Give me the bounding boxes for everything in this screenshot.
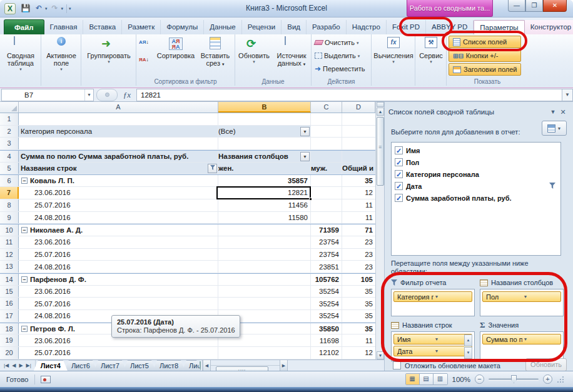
customize-qat-icon[interactable]: ▾ <box>69 6 71 11</box>
row-header-5[interactable]: 5 <box>0 163 19 174</box>
row-header-4[interactable]: 4 <box>0 151 19 162</box>
cell-C14[interactable]: 105762 <box>311 274 342 285</box>
horizontal-scrollbar[interactable]: ◀ |||| ▶ <box>202 360 292 371</box>
cell-D4[interactable] <box>342 151 375 162</box>
field-checkbox[interactable]: ✓ <box>395 158 403 166</box>
field-item[interactable]: ✓Пол <box>393 156 559 168</box>
cell-A1[interactable] <box>19 113 218 125</box>
cell-D10[interactable]: 71 <box>342 224 375 236</box>
cell-B4[interactable]: Названия столбцов▼ <box>218 151 311 162</box>
cell-C12[interactable]: 23754 <box>311 249 342 261</box>
cell-C13[interactable]: 23851 <box>311 261 342 273</box>
tab-Рецензи[interactable]: Рецензи <box>242 20 281 34</box>
vertical-scroll-thumb[interactable] <box>377 117 384 186</box>
expand-formula-bar-icon[interactable]: ▼ <box>562 89 573 101</box>
page-break-view-icon[interactable]: ▥ <box>434 374 447 384</box>
row-header-17[interactable]: 17 <box>0 310 19 322</box>
formula-bar-splitter[interactable] <box>96 89 118 101</box>
pill-dropdown-icon[interactable]: ▼ <box>524 337 560 341</box>
prev-sheet-icon[interactable]: ◀ <box>11 363 17 368</box>
cell-B8[interactable]: 11456 <box>218 199 311 211</box>
redo-icon[interactable]: ↷ <box>49 3 61 14</box>
cell-B2[interactable]: (Все)▼ <box>218 126 311 138</box>
cell-A13[interactable]: 24.08.2016 <box>19 261 218 273</box>
macro-record-icon[interactable] <box>41 376 51 383</box>
cell-D7[interactable]: 12 <box>342 187 375 199</box>
update-button[interactable]: Обновить <box>525 358 567 371</box>
panel-layout-button[interactable]: ▼ <box>542 121 567 136</box>
row-header-14[interactable]: 14 <box>0 274 19 285</box>
row-header-9[interactable]: 9 <box>0 212 19 224</box>
cell-A3[interactable] <box>19 138 218 149</box>
zoom-slider[interactable] <box>489 378 539 380</box>
sort-button[interactable]: АЯЯА Сортировка <box>155 36 196 59</box>
tools-button[interactable]: ⚒ Сервис ▾ <box>417 36 445 64</box>
cell-D2[interactable] <box>342 126 375 138</box>
cell-D20[interactable]: 12 <box>342 347 375 359</box>
scroll-right-icon[interactable]: ▶ <box>280 359 288 371</box>
next-sheet-icon[interactable]: ▶ <box>18 363 24 368</box>
cell-B6[interactable]: 35857 <box>218 175 311 186</box>
data-source-button[interactable]: Источникданных ▾ <box>273 36 310 68</box>
plus-minus-buttons-toggle[interactable]: ⊞⊟Кнопки +/- <box>449 49 521 62</box>
scroll-down-icon[interactable]: ▼ <box>377 351 384 359</box>
cell-D18[interactable]: 35 <box>342 323 375 334</box>
area-pill-Имя[interactable]: Имя▼ <box>393 334 472 344</box>
cell-B11[interactable] <box>218 236 311 248</box>
vertical-split-handle[interactable] <box>377 102 384 107</box>
cell-D17[interactable]: 35 <box>342 310 375 322</box>
maximize-button[interactable]: ❐ <box>525 0 543 12</box>
cell-C2[interactable] <box>311 126 342 138</box>
refresh-button[interactable]: ⟳ Обновить ▾ <box>236 36 271 64</box>
field-checkbox[interactable]: ✓ <box>395 182 403 190</box>
undo-dropdown-icon[interactable]: ▾ <box>45 6 48 11</box>
field-list-toggle[interactable]: Список полей <box>449 36 521 48</box>
tab-Формулы[interactable]: Формулы <box>161 20 204 34</box>
tab-Параметры[interactable]: Параметры <box>474 20 524 34</box>
fill-handle[interactable] <box>309 198 312 201</box>
area-pill-Пол[interactable]: Пол▼ <box>482 291 561 302</box>
sort-za-button[interactable]: ЯА↓ <box>139 56 149 63</box>
page-layout-view-icon[interactable]: ▤ <box>420 374 434 384</box>
zoom-slider-thumb[interactable] <box>511 375 517 383</box>
collapse-icon[interactable]: − <box>21 326 28 332</box>
last-sheet-icon[interactable]: ▶| <box>25 363 33 368</box>
panel-menu-icon[interactable]: ▼ <box>548 109 558 115</box>
cell-A8[interactable]: 25.07.2016 <box>19 199 218 211</box>
cell-B12[interactable] <box>218 249 311 261</box>
row-header-16[interactable]: 16 <box>0 298 19 309</box>
cell-C16[interactable]: 35254 <box>311 298 342 309</box>
row-header-18[interactable]: 18 <box>0 323 19 334</box>
row-header-15[interactable]: 15 <box>0 286 19 298</box>
excel-logo-icon[interactable]: X <box>4 3 16 14</box>
report-filter-area[interactable]: Категория персо...▼ <box>391 289 475 316</box>
first-sheet-icon[interactable]: |◀ <box>3 363 10 368</box>
area-pill-Сумма по полю С...[interactable]: Сумма по полю С...▼ <box>482 334 561 344</box>
sheet-tab-Лист6[interactable]: Лист6 <box>64 360 97 371</box>
group-button[interactable]: ➜ Группировать ▾ <box>83 36 135 64</box>
cell-C18[interactable]: 35850 <box>311 323 342 334</box>
cell-C8[interactable] <box>311 199 342 211</box>
active-field-button[interactable]: i Активноеполе ▾ <box>43 36 79 71</box>
cell-D15[interactable]: 35 <box>342 286 375 298</box>
cell-C5[interactable]: муж. <box>311 163 342 174</box>
cell-A2[interactable]: Категория персонала <box>19 126 218 138</box>
tab-Разрабо[interactable]: Разрабо <box>307 20 347 34</box>
row-header-11[interactable]: 11 <box>0 236 19 248</box>
close-button[interactable]: ✕ <box>543 0 567 12</box>
cell-dropdown-icon[interactable]: ▼ <box>300 127 310 136</box>
sheet-tab-Лист4[interactable]: Лист4 <box>34 360 68 371</box>
field-checkbox[interactable]: ✓ <box>395 194 403 202</box>
cell-A15[interactable]: 23.06.2016 <box>19 286 218 298</box>
formula-input[interactable]: 12821 <box>136 89 562 101</box>
row-header-10[interactable]: 10 <box>0 224 19 236</box>
field-item[interactable]: ✓Дата <box>393 180 559 192</box>
cell-B5[interactable]: жен. <box>218 163 311 174</box>
sheet-tab-Лист7[interactable]: Лист7 <box>94 360 126 371</box>
cell-D1[interactable] <box>342 113 375 125</box>
cell-D5[interactable]: Общий и <box>342 163 375 174</box>
zoom-out-icon[interactable]: − <box>475 374 484 384</box>
column-header-C[interactable]: C <box>311 102 342 113</box>
undo-icon[interactable]: ↶ <box>33 3 44 14</box>
column-labels-area[interactable]: Пол▼ <box>480 289 564 316</box>
